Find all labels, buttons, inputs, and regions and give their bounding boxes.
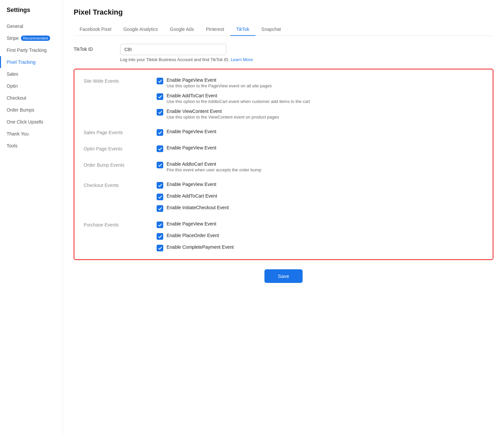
event-text: Enable AddToCart Event Use this option t… [167, 93, 310, 104]
page-title: Pixel Tracking [74, 8, 493, 17]
event-option: Enable PageView Event [157, 182, 229, 189]
purchase-options: Enable PageView Event Enable PlaceOrder … [157, 221, 234, 251]
tab-snapchat[interactable]: Snapchat [255, 23, 287, 36]
event-label: Enable CompletePayment Event [167, 244, 234, 250]
checkbox-pageview-site[interactable] [157, 78, 163, 84]
event-option: Enable PlaceOrder Event [157, 233, 234, 240]
sidebar-item-label: Optin [7, 83, 18, 89]
event-text: Enable CompletePayment Event [167, 244, 234, 250]
event-text: Enable AddToCart Event [167, 193, 217, 199]
tiktok-id-help: Log into your Tiktok Business Account an… [120, 57, 253, 62]
checkbox-pageview-sales[interactable] [157, 129, 163, 136]
tiktok-id-label: TikTok ID [74, 44, 113, 52]
sidebar-item-label: Tools [7, 143, 18, 148]
event-label: Enable InitiateCheckout Event [167, 205, 229, 210]
event-option: Enable PageView Event Use this option to… [157, 77, 310, 88]
checkbox-pageview-optin[interactable] [157, 145, 163, 152]
sidebar-item-checkout[interactable]: Checkout [0, 92, 63, 104]
event-label: Enable AddToCart Event [167, 193, 217, 199]
checkbox-pageview-purchase[interactable] [157, 221, 163, 228]
event-option: Enable AddtoCart Event Fire this event w… [157, 161, 261, 172]
sidebar-item-stripe[interactable]: Stripe Recommended [0, 32, 63, 44]
event-label: Enable PageView Event [167, 145, 216, 150]
sales-page-events-label: Sales Page Events [84, 129, 157, 135]
event-label: Enable ViewContent Event [167, 109, 279, 114]
optin-page-events-label: Optin Page Events [84, 145, 157, 151]
site-wide-options: Enable PageView Event Use this option to… [157, 77, 310, 120]
tab-google-ads[interactable]: Google Ads [164, 23, 200, 36]
event-text: Enable PageView Event [167, 145, 216, 150]
event-option: Enable PageView Event [157, 129, 216, 136]
checkbox-addtocart-site[interactable] [157, 93, 163, 100]
event-desc: Use this option to fire PageView event o… [167, 83, 272, 88]
checkout-events-label: Checkout Events [84, 182, 157, 188]
sidebar-item-one-click-upsells[interactable]: One Click Upsells [0, 116, 63, 128]
tiktok-id-input-wrap: Log into your Tiktok Business Account an… [120, 44, 253, 62]
event-option: Enable AddToCart Event Use this option t… [157, 93, 310, 104]
checkbox-pageview-checkout[interactable] [157, 182, 163, 189]
sidebar-item-label: Stripe [7, 36, 19, 41]
save-button-wrap: Save [74, 269, 493, 283]
event-label: Enable PageView Event [167, 129, 216, 134]
event-label: Enable AddToCart Event [167, 93, 310, 98]
event-text: Enable AddtoCart Event Fire this event w… [167, 161, 261, 172]
main-content: Pixel Tracking Facebook Pixel Google Ana… [63, 0, 504, 434]
event-label: Enable PageView Event [167, 77, 272, 83]
sidebar-item-label: Order Bumps [7, 107, 34, 113]
optin-page-options: Enable PageView Event [157, 145, 216, 152]
checkbox-addtocart-checkout[interactable] [157, 194, 163, 200]
event-text: Enable PageView Event [167, 129, 216, 134]
sales-page-events-section: Sales Page Events Enable PageView Event [84, 129, 483, 136]
sidebar: Settings General Stripe Recommended Firs… [0, 0, 63, 434]
checkbox-viewcontent-site[interactable] [157, 109, 163, 116]
sidebar-item-sales[interactable]: Sales [0, 68, 63, 80]
tab-facebook-pixel[interactable]: Facebook Pixel [74, 23, 117, 36]
sidebar-item-label: One Click Upsells [7, 119, 43, 125]
event-text: Enable PageView Event [167, 221, 216, 226]
event-option: Enable InitiateCheckout Event [157, 205, 229, 212]
sidebar-item-first-party-tracking[interactable]: First Party Tracking [0, 44, 63, 56]
sidebar-item-tools[interactable]: Tools [0, 140, 63, 152]
tab-tiktok[interactable]: TikTok [230, 23, 255, 36]
event-text: Enable ViewContent Event Use this option… [167, 109, 279, 120]
sidebar-item-label: Pixel Tracking [7, 59, 36, 65]
checkout-options: Enable PageView Event Enable AddToCart E… [157, 182, 229, 212]
sidebar-item-label: Checkout [7, 95, 26, 101]
sidebar-item-label: General [7, 24, 23, 29]
sidebar-item-general[interactable]: General [0, 20, 63, 32]
event-text: Enable PlaceOrder Event [167, 233, 219, 238]
checkbox-addtocart-order-bump[interactable] [157, 162, 163, 168]
events-box: Site Wide Events Enable PageView Event U… [74, 69, 493, 260]
sidebar-item-pixel-tracking[interactable]: Pixel Tracking [0, 56, 63, 68]
order-bump-options: Enable AddtoCart Event Fire this event w… [157, 161, 261, 172]
purchase-events-section: Purchase Events Enable PageView Event [84, 221, 483, 251]
event-desc: Use this option to fire ViewContent even… [167, 115, 279, 120]
event-label: Enable PlaceOrder Event [167, 233, 219, 238]
order-bump-events-label: Order Bump Events [84, 161, 157, 168]
sidebar-title: Settings [0, 7, 63, 20]
sidebar-item-thank-you[interactable]: Thank You [0, 128, 63, 140]
event-label: Enable PageView Event [167, 182, 216, 187]
event-option: Enable CompletePayment Event [157, 244, 234, 251]
sidebar-item-label: Thank You [7, 131, 29, 136]
event-desc: Fire this event when user accepts the or… [167, 167, 261, 172]
checkbox-completepayment[interactable] [157, 245, 163, 251]
tabs-bar: Facebook Pixel Google Analytics Google A… [74, 23, 493, 36]
checkbox-initiatecheckout[interactable] [157, 205, 163, 212]
sidebar-item-label: Sales [7, 71, 18, 77]
tiktok-id-input[interactable] [120, 44, 226, 55]
checkbox-placeorder[interactable] [157, 233, 163, 240]
site-wide-events-label: Site Wide Events [84, 77, 157, 84]
sidebar-item-optin[interactable]: Optin [0, 80, 63, 92]
event-text: Enable InitiateCheckout Event [167, 205, 229, 210]
save-button[interactable]: Save [264, 269, 302, 283]
tab-google-analytics[interactable]: Google Analytics [117, 23, 164, 36]
learn-more-link[interactable]: Learn More [231, 57, 252, 62]
optin-page-events-section: Optin Page Events Enable PageView Event [84, 145, 483, 152]
event-option: Enable PageView Event [157, 221, 234, 228]
recommended-badge: Recommended [21, 36, 50, 41]
sidebar-item-order-bumps[interactable]: Order Bumps [0, 104, 63, 116]
event-label: Enable PageView Event [167, 221, 216, 226]
tab-pinterest[interactable]: Pinterest [200, 23, 230, 36]
site-wide-events-section: Site Wide Events Enable PageView Event U… [84, 77, 483, 120]
